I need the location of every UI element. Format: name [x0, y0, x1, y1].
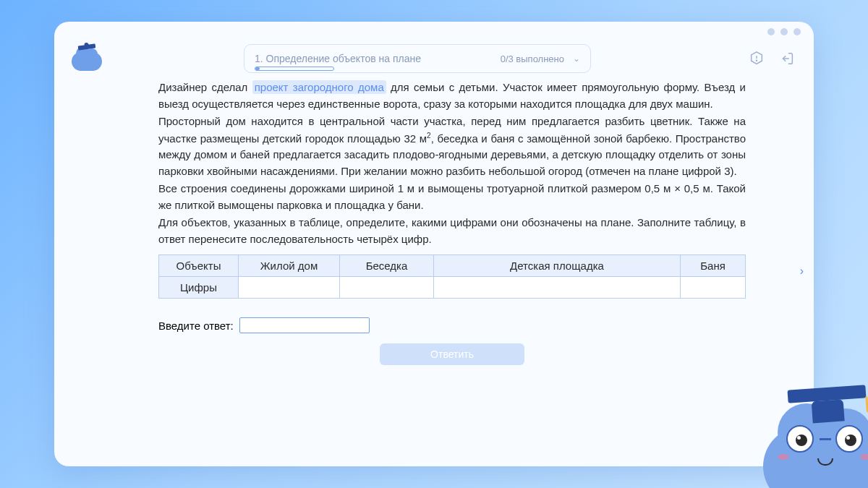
window-dot [767, 28, 775, 35]
project-link[interactable]: проект загородного дома [252, 80, 386, 94]
report-icon[interactable] [747, 49, 766, 68]
cell-house [239, 277, 340, 299]
text: Дизайнер сделал [158, 81, 252, 93]
table-header-row: Объекты Жилой дом Беседка Детская площад… [159, 255, 746, 277]
svg-point-1 [756, 60, 757, 61]
text: Для объектов, указанных в таблице, опред… [158, 215, 746, 247]
answer-input[interactable] [239, 317, 370, 333]
col-objects: Объекты [159, 255, 239, 277]
window-dot [780, 28, 788, 35]
content-area: Дизайнер сделал проект загородного дома … [54, 75, 814, 466]
table-row: Цифры [159, 277, 746, 299]
task-title: 1. Определение объектов на плане [255, 53, 492, 64]
answer-row: Введите ответ: [158, 317, 746, 333]
answer-label: Введите ответ: [158, 320, 234, 332]
window-dot [793, 28, 801, 35]
col-playground: Детская площадка [434, 255, 681, 277]
exit-icon[interactable] [778, 49, 796, 68]
mascot-icon [756, 390, 868, 488]
chevron-right-icon[interactable]: › [800, 265, 804, 278]
cell-gazebo [340, 277, 434, 299]
task-progress-text: 0/3 выполнено [501, 53, 564, 64]
col-bath: Баня [681, 255, 746, 277]
objects-table: Объекты Жилой дом Беседка Детская площад… [158, 254, 746, 299]
cell-playground [434, 277, 681, 299]
col-gazebo: Беседка [340, 255, 434, 277]
app-logo-icon [72, 46, 102, 71]
chevron-down-icon: ⌄ [573, 53, 580, 64]
window-titlebar [54, 22, 814, 42]
task-description: Дизайнер сделал проект загородного дома … [158, 80, 746, 247]
app-window: 1. Определение объектов на плане 0/3 вып… [54, 22, 814, 466]
col-house: Жилой дом [239, 255, 340, 277]
row-digits-label: Цифры [159, 277, 239, 299]
cell-bath [681, 277, 746, 299]
task-selector[interactable]: 1. Определение объектов на плане 0/3 вып… [244, 44, 591, 73]
text: Все строения соединены дорожками шириной… [158, 181, 746, 213]
header-bar: 1. Определение объектов на плане 0/3 вып… [54, 42, 814, 75]
progress-bar [255, 67, 334, 71]
submit-button[interactable]: Ответить [380, 343, 524, 365]
